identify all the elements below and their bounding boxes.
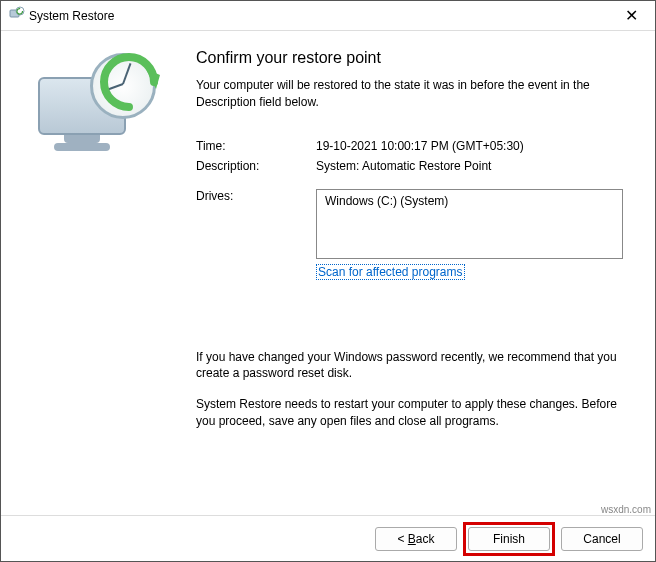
drives-listbox[interactable]: Windows (C:) (System) [316, 189, 623, 259]
content-area: Confirm your restore point Your computer… [1, 31, 655, 515]
system-restore-large-icon [34, 51, 164, 166]
watermark-text: wsxdn.com [601, 504, 651, 515]
warnings-block: If you have changed your Windows passwor… [196, 349, 625, 430]
restart-warning-text: System Restore needs to restart your com… [196, 396, 625, 430]
description-row: Description: System: Automatic Restore P… [196, 159, 625, 173]
cancel-button[interactable]: Cancel [561, 527, 643, 551]
titlebar: System Restore ✕ [1, 1, 655, 31]
drives-label: Drives: [196, 189, 316, 259]
back-button[interactable]: < Back [375, 527, 457, 551]
password-warning-text: If you have changed your Windows passwor… [196, 349, 625, 383]
footer-buttons: < Back Finish Cancel [1, 515, 655, 561]
sidebar [1, 31, 196, 515]
time-label: Time: [196, 139, 316, 153]
main-panel: Confirm your restore point Your computer… [196, 31, 655, 515]
description-label: Description: [196, 159, 316, 173]
page-subtitle: Your computer will be restored to the st… [196, 77, 625, 111]
drives-row: Drives: Windows (C:) (System) [196, 189, 625, 259]
finish-button[interactable]: Finish [468, 527, 550, 551]
scan-link-row: Scan for affected programs [316, 265, 625, 279]
window-title: System Restore [25, 9, 615, 23]
scan-affected-programs-link[interactable]: Scan for affected programs [316, 264, 465, 280]
system-restore-icon [9, 6, 25, 25]
finish-highlight: Finish [463, 522, 555, 556]
time-value: 19-10-2021 10:00:17 PM (GMT+05:30) [316, 139, 625, 153]
close-icon[interactable]: ✕ [615, 6, 647, 25]
page-heading: Confirm your restore point [196, 49, 625, 67]
description-value: System: Automatic Restore Point [316, 159, 625, 173]
time-row: Time: 19-10-2021 10:00:17 PM (GMT+05:30) [196, 139, 625, 153]
